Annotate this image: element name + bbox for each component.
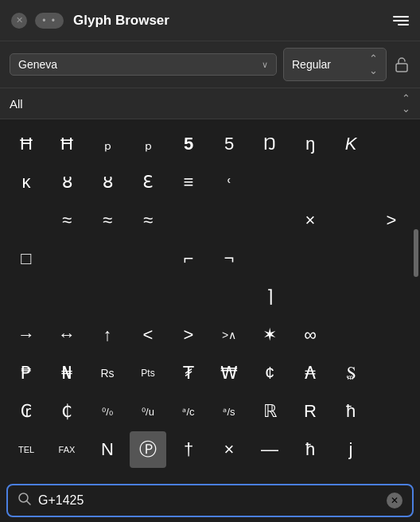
glyph-cell[interactable]: ˓ — [211, 164, 247, 201]
glyph-cell[interactable]: □ — [8, 240, 45, 277]
glyph-cell[interactable]: Pts — [130, 355, 166, 392]
glyph-cell[interactable]: ₮ — [170, 355, 207, 392]
glyph-cell[interactable] — [292, 240, 329, 277]
glyph-cell[interactable]: >∧ — [211, 317, 247, 353]
glyph-cell[interactable] — [251, 164, 288, 201]
glyph-cell[interactable] — [170, 202, 207, 239]
glyph-cell[interactable] — [211, 202, 247, 239]
glyph-cell[interactable]: ₚ — [130, 126, 166, 162]
glyph-cell[interactable]: ᵃ/c — [170, 393, 207, 430]
glyph-cell[interactable]: Ŋ — [251, 126, 288, 162]
glyph-cell[interactable] — [8, 202, 45, 239]
glyph-cell[interactable]: × — [292, 202, 329, 239]
glyph-cell[interactable]: ⁰/u — [130, 393, 166, 430]
glyph-cell[interactable]: Ħ — [49, 126, 85, 162]
glyph-cell[interactable] — [373, 431, 410, 468]
search-input[interactable] — [38, 493, 380, 508]
font-name-dropdown[interactable]: Geneva ∨ — [10, 53, 277, 76]
glyph-cell[interactable]: Rs — [89, 355, 126, 392]
glyph-cell[interactable]: ℝ — [251, 393, 288, 430]
glyph-cell[interactable]: > — [170, 317, 207, 353]
glyph-cell[interactable]: ₢ — [8, 393, 45, 430]
glyph-cell[interactable]: Ⓟ — [130, 431, 166, 468]
glyph-cell[interactable]: ⁰/₀ — [89, 393, 126, 430]
glyph-cell[interactable]: ŋ — [292, 126, 329, 162]
glyph-cell[interactable] — [130, 279, 166, 315]
close-button[interactable]: ✕ — [11, 13, 27, 29]
clear-search-button[interactable]: ✕ — [387, 493, 402, 508]
glyph-cell[interactable] — [292, 279, 329, 315]
glyph-cell[interactable]: × — [211, 431, 247, 468]
glyph-cell[interactable]: > — [373, 202, 410, 239]
glyph-cell[interactable]: ₚ — [89, 126, 126, 162]
glyph-cell[interactable]: ≈ — [49, 202, 85, 239]
glyph-cell[interactable]: † — [170, 431, 207, 468]
glyph-cell[interactable] — [8, 279, 45, 315]
glyph-cell[interactable]: ȣ — [89, 164, 126, 201]
glyph-cell[interactable] — [170, 279, 207, 315]
glyph-cell[interactable] — [49, 279, 85, 315]
lock-icon[interactable] — [393, 56, 410, 73]
glyph-cell[interactable]: ¢ — [251, 355, 288, 392]
glyph-cell[interactable] — [373, 279, 410, 315]
glyph-cell[interactable]: 5 — [211, 126, 247, 162]
glyph-cell[interactable]: → — [8, 317, 45, 353]
glyph-cell[interactable]: ȣ — [49, 164, 85, 201]
glyph-cell[interactable]: TEL — [8, 431, 45, 468]
glyph-cell[interactable] — [130, 240, 166, 277]
scrollbar-thumb[interactable] — [414, 229, 418, 277]
glyph-cell[interactable] — [373, 393, 410, 430]
glyph-cell[interactable]: ∞ — [292, 317, 329, 353]
glyph-cell[interactable]: ᵃ/s — [211, 393, 247, 430]
glyph-cell[interactable]: ¬ — [211, 240, 247, 277]
glyph-cell[interactable]: ₱ — [8, 355, 45, 392]
glyph-cell[interactable] — [49, 240, 85, 277]
glyph-cell[interactable] — [89, 240, 126, 277]
glyph-cell[interactable]: ⌐ — [170, 240, 207, 277]
glyph-cell[interactable]: ✶ — [251, 317, 288, 353]
glyph-cell[interactable]: < — [130, 317, 166, 353]
glyph-cell[interactable]: ₩ — [211, 355, 247, 392]
glyph-cell[interactable]: ħ — [292, 431, 329, 468]
glyph-cell[interactable] — [89, 279, 126, 315]
glyph-cell[interactable]: ħ — [332, 393, 369, 430]
menu-button[interactable] — [393, 16, 409, 25]
glyph-cell[interactable]: j — [332, 431, 369, 468]
glyph-cell[interactable]: K — [332, 126, 369, 162]
glyph-cell[interactable]: ₷ — [332, 355, 369, 392]
glyph-cell[interactable]: ₵ — [49, 393, 85, 430]
glyph-cell[interactable]: ≈ — [130, 202, 166, 239]
font-style-dropdown[interactable]: Regular ⌃⌄ — [283, 48, 387, 81]
glyph-cell[interactable] — [332, 164, 369, 201]
glyph-cell[interactable]: 5 — [170, 126, 207, 162]
glyph-cell[interactable] — [373, 126, 410, 162]
glyph-cell[interactable]: ĸ — [8, 164, 45, 201]
glyph-cell[interactable]: — — [251, 431, 288, 468]
collapse-button[interactable]: • • — [35, 13, 64, 29]
glyph-cell[interactable]: ₦ — [49, 355, 85, 392]
glyph-cell[interactable] — [332, 240, 369, 277]
glyph-cell[interactable]: Ɛ — [130, 164, 166, 201]
filter-dropdown[interactable]: All ⌃ ⌄ — [10, 93, 410, 114]
glyph-cell[interactable] — [292, 164, 329, 201]
glyph-cell[interactable]: ↔ — [49, 317, 85, 353]
glyph-cell[interactable]: Ħ — [8, 126, 45, 162]
glyph-cell[interactable] — [373, 240, 410, 277]
glyph-cell[interactable] — [251, 202, 288, 239]
glyph-cell[interactable]: ≡ — [170, 164, 207, 201]
glyph-cell[interactable] — [373, 355, 410, 392]
glyph-cell[interactable]: FAX — [49, 431, 85, 468]
glyph-cell[interactable] — [373, 317, 410, 353]
glyph-cell[interactable] — [332, 202, 369, 239]
glyph-cell[interactable] — [211, 279, 247, 315]
scrollbar-track[interactable] — [414, 123, 418, 477]
glyph-cell[interactable] — [251, 240, 288, 277]
glyph-cell[interactable]: ₳ — [292, 355, 329, 392]
glyph-cell[interactable]: ↑ — [89, 317, 126, 353]
glyph-cell[interactable]: Ν — [89, 431, 126, 468]
glyph-cell[interactable] — [332, 279, 369, 315]
glyph-cell[interactable]: ⌉ — [251, 279, 288, 315]
glyph-cell[interactable] — [332, 317, 369, 353]
glyph-cell[interactable] — [373, 164, 410, 201]
glyph-cell[interactable]: R — [292, 393, 329, 430]
